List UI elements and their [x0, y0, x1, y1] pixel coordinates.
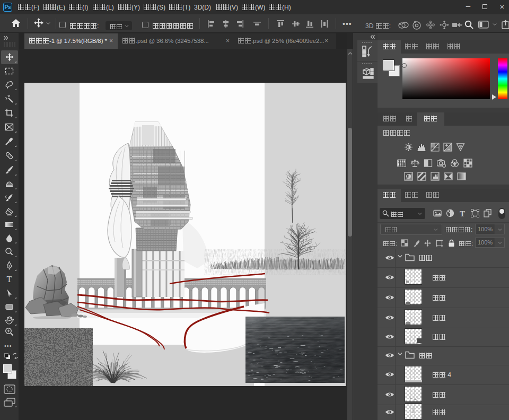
svg-text:T: T	[460, 209, 465, 218]
svg-text:T: T	[7, 275, 12, 284]
